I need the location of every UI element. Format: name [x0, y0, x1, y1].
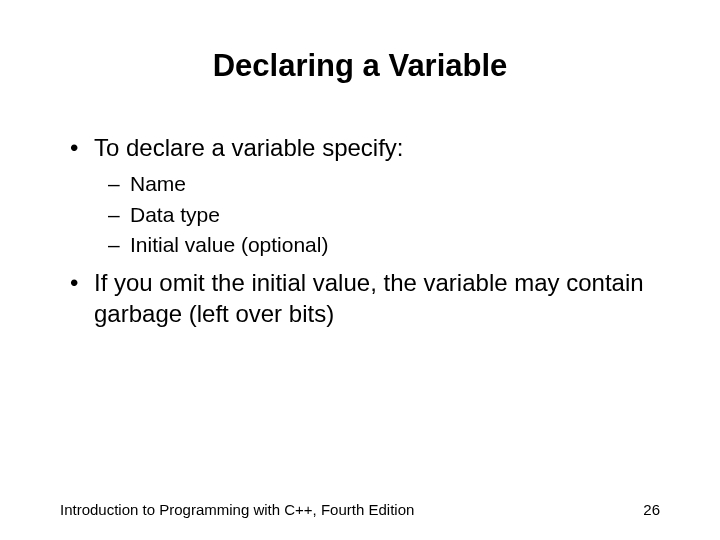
- bullet-text: To declare a variable specify:: [94, 134, 404, 161]
- slide-title: Declaring a Variable: [60, 48, 660, 84]
- bullet-text: Initial value (optional): [130, 233, 328, 256]
- slide-body: To declare a variable specify: Name Data…: [60, 132, 660, 329]
- bullet-level2: Initial value (optional): [70, 230, 660, 260]
- footer-source: Introduction to Programming with C++, Fo…: [60, 501, 414, 518]
- footer-page-number: 26: [643, 501, 660, 518]
- bullet-text: Data type: [130, 203, 220, 226]
- sub-bullet-group: Name Data type Initial value (optional): [70, 169, 660, 260]
- bullet-text: Name: [130, 172, 186, 195]
- bullet-level2: Name: [70, 169, 660, 199]
- slide-footer: Introduction to Programming with C++, Fo…: [60, 501, 660, 518]
- bullet-level1: To declare a variable specify:: [70, 132, 660, 163]
- bullet-text: If you omit the initial value, the varia…: [94, 269, 644, 327]
- slide: Declaring a Variable To declare a variab…: [0, 0, 720, 540]
- bullet-level2: Data type: [70, 200, 660, 230]
- bullet-level1: If you omit the initial value, the varia…: [70, 267, 660, 329]
